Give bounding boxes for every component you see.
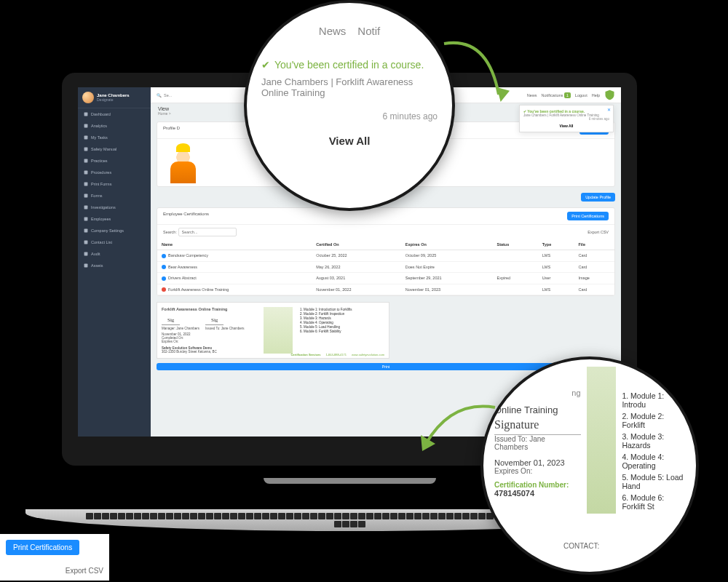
mag-modules: 1. Module 1: Introdu2. Module 2: Forklif… bbox=[622, 367, 689, 514]
table-row[interactable]: Drivers AbstractAugust 03, 2021September… bbox=[157, 273, 614, 284]
svg-rect-7 bbox=[84, 194, 88, 198]
sidebar-item[interactable]: Investigations bbox=[78, 202, 151, 213]
cert-panel-title: Employee Certifications bbox=[163, 212, 209, 220]
svg-rect-11 bbox=[84, 241, 88, 244]
search-label: Search: bbox=[163, 230, 177, 234]
svg-rect-8 bbox=[84, 206, 88, 210]
col-exp-on[interactable]: Expires On bbox=[401, 239, 493, 250]
svg-rect-4 bbox=[84, 159, 88, 163]
topbar-news[interactable]: News bbox=[527, 93, 537, 97]
topbar-logout[interactable]: Logout bbox=[575, 93, 587, 97]
search-icon: 🔍 bbox=[157, 93, 162, 97]
mag-tab-notif: Notif bbox=[357, 25, 380, 37]
table-row[interactable]: Forklift Awareness Online TrainingNovemb… bbox=[157, 284, 614, 295]
float-export[interactable]: Export CSV bbox=[6, 567, 103, 575]
svg-rect-12 bbox=[84, 252, 88, 256]
sidebar-item[interactable]: Practices bbox=[78, 155, 151, 167]
mag-viewall[interactable]: View All bbox=[261, 135, 438, 147]
floating-card: Print Certifications Export CSV bbox=[0, 534, 109, 581]
float-print-button[interactable]: Print Certifications bbox=[6, 540, 79, 555]
sidebar-item[interactable]: Contact List bbox=[78, 236, 151, 248]
sidebar-item[interactable]: Employees bbox=[78, 213, 151, 225]
magnifier-notification: NewsNotif You've been certified in a cou… bbox=[244, 0, 455, 211]
certifications-panel: Employee Certifications Print Certificat… bbox=[157, 207, 615, 296]
certificate-card: Forklift Awareness Online Training SigMa… bbox=[157, 302, 389, 359]
user-role: Designate bbox=[97, 97, 130, 102]
cert-addr: 302-1350 Burdwy Street Kelowna, BC bbox=[162, 350, 256, 354]
topbar-help[interactable]: Help bbox=[592, 93, 600, 97]
mag-contact: CONTACT: bbox=[563, 542, 599, 550]
cert-table: Name Certified On Expires On Status Type… bbox=[157, 239, 614, 295]
notif-viewall[interactable]: View All bbox=[523, 124, 609, 128]
col-type[interactable]: Type bbox=[538, 239, 574, 250]
cert-svc: Certification Services bbox=[290, 353, 320, 356]
sidebar-item[interactable]: Forms bbox=[78, 190, 151, 202]
sidebar-item[interactable]: Dashboard bbox=[78, 108, 151, 120]
topbar-notifications[interactable]: Notifications 1 bbox=[542, 93, 571, 97]
mag-tab-news: News bbox=[319, 25, 347, 37]
cert-manager: Manager: Jane Chambers bbox=[162, 327, 199, 330]
svg-rect-10 bbox=[84, 229, 88, 233]
mag-certnum-label: Certification Number: bbox=[494, 481, 581, 489]
svg-rect-2 bbox=[84, 136, 88, 140]
update-profile-button[interactable]: Update Profile bbox=[581, 193, 615, 202]
cert-card-title: Forklift Awareness Online Training bbox=[162, 307, 256, 311]
mag-notif-title: You've been certified in a course. bbox=[261, 59, 438, 71]
cert-issued: Issued To: Jane Chambers bbox=[205, 327, 244, 330]
mag-issued: Issued To: Jane Chambers bbox=[494, 435, 581, 451]
sidebar-item[interactable]: Print Forms bbox=[78, 178, 151, 190]
signature: Sig bbox=[162, 316, 180, 325]
mag-certnum: 478145074 bbox=[494, 489, 581, 498]
cert-divider-graphic bbox=[264, 307, 293, 354]
col-name[interactable]: Name bbox=[157, 239, 312, 250]
col-file[interactable]: File bbox=[574, 239, 614, 250]
mag-title-frag: Online Training bbox=[494, 404, 581, 415]
signature: Signature bbox=[494, 415, 581, 435]
user-block[interactable]: Jane Chambers Designate bbox=[78, 87, 151, 108]
cert-expires: Expires On: bbox=[162, 340, 256, 343]
notif-time: 6 minutes ago bbox=[523, 117, 609, 121]
sidebar-item[interactable]: Company Settings bbox=[78, 225, 151, 236]
mag-notif-sub: Jane Chambers | Forklift Awareness Onlin… bbox=[261, 76, 438, 98]
logo-icon bbox=[604, 89, 615, 100]
svg-rect-5 bbox=[84, 171, 88, 175]
cert-divider-graphic bbox=[587, 367, 617, 514]
mag-date: November 01, 2023 bbox=[494, 458, 581, 467]
sidebar-item[interactable]: Assets bbox=[78, 260, 151, 271]
sidebar-item[interactable]: Procedures bbox=[78, 167, 151, 178]
svg-rect-13 bbox=[84, 264, 88, 268]
col-status[interactable]: Status bbox=[492, 239, 537, 250]
print-certifications-button[interactable]: Print Certifications bbox=[567, 212, 609, 220]
svg-rect-6 bbox=[84, 183, 88, 186]
svg-rect-1 bbox=[84, 124, 88, 128]
mag-notif-time: 6 minutes ago bbox=[261, 111, 438, 121]
notif-badge: 1 bbox=[564, 92, 571, 98]
svg-rect-3 bbox=[84, 148, 88, 151]
sidebar-item[interactable]: My Tasks bbox=[78, 132, 151, 143]
sidebar-item[interactable]: Analytics bbox=[78, 120, 151, 132]
mag-expires: Expires On: bbox=[494, 467, 581, 475]
svg-rect-0 bbox=[84, 113, 88, 116]
cert-phone: 1-844-888-4171 bbox=[325, 353, 346, 356]
svg-rect-9 bbox=[84, 218, 88, 221]
table-row[interactable]: Bear AwarenessMay 26, 2022Does Not Expir… bbox=[157, 261, 614, 273]
sidebar: Jane Chambers Designate DashboardAnalyti… bbox=[78, 87, 151, 436]
profile-avatar bbox=[163, 143, 203, 183]
magnifier-certificate: ng Online Training Signature Issued To: … bbox=[480, 356, 699, 575]
sidebar-item[interactable]: Audit bbox=[78, 248, 151, 260]
close-icon[interactable]: ✕ bbox=[607, 107, 611, 112]
table-row[interactable]: Bandsaw CompetencyOctober 25, 2022Octobe… bbox=[157, 250, 614, 262]
notification-popup: ✕ ✔ You've been certified in a course. J… bbox=[519, 105, 614, 132]
sidebar-item[interactable]: Safety Manual bbox=[78, 143, 151, 155]
cert-site: www.safetyevolution.com bbox=[352, 353, 384, 356]
signature: Sig bbox=[205, 316, 223, 325]
profile-panel-title: Profile D bbox=[163, 126, 180, 135]
cert-modules: 1. Module 1: Introduction to Forklifts2.… bbox=[300, 307, 352, 354]
avatar bbox=[82, 92, 94, 103]
export-csv-link[interactable]: Export CSV bbox=[587, 230, 609, 234]
search-placeholder: Se... bbox=[164, 93, 172, 97]
cert-search-input[interactable] bbox=[178, 228, 237, 236]
col-cert-on[interactable]: Certified On bbox=[312, 239, 401, 250]
search-box[interactable]: 🔍 Se... bbox=[157, 93, 172, 97]
